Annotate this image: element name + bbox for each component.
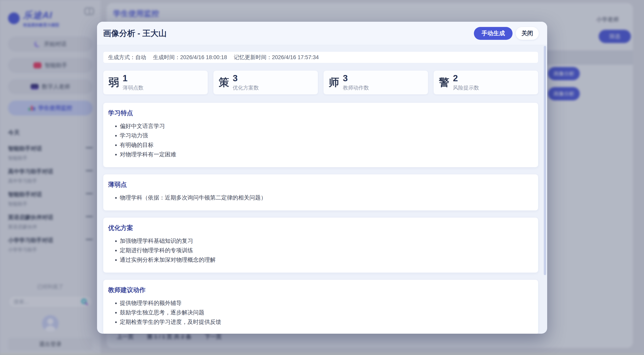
modal-title: 画像分析 - 王大山 xyxy=(103,28,474,39)
section-weak-points: 薄弱点 物理学科（依据：近期多次询问牛顿第二定律的相关问题） xyxy=(103,174,538,211)
section-title: 优化方案 xyxy=(108,224,532,232)
stat-risk-alerts: 警 2 风险提示数 xyxy=(434,70,538,94)
close-button[interactable]: 关闭 xyxy=(516,27,539,40)
section-title: 学习特点 xyxy=(108,109,532,117)
stat-label: 风险提示数 xyxy=(453,84,479,91)
section-item: 偏好中文语言学习 xyxy=(120,122,532,130)
section-item: 鼓励学生独立思考，逐步解决问题 xyxy=(120,309,532,316)
modal-body: 生成方式：自动 生成时间：2026/4/16 18:00:18 记忆更新时间：2… xyxy=(97,45,547,334)
stat-value: 3 xyxy=(233,74,259,83)
stat-label: 薄弱点数 xyxy=(122,84,144,91)
section-title: 薄弱点 xyxy=(108,180,532,189)
weak-glyph-icon: 弱 xyxy=(108,75,119,89)
section-item: 加强物理学科基础知识的复习 xyxy=(120,237,532,245)
stat-teacher-actions: 师 3 教师动作数 xyxy=(323,70,428,94)
alert-glyph-icon: 警 xyxy=(439,75,449,89)
section-item: 对物理学科有一定困难 xyxy=(120,151,532,158)
stat-optimization-plans: 策 3 优化方案数 xyxy=(213,70,318,94)
section-item: 通过实例分析来加深对物理概念的理解 xyxy=(120,256,532,264)
generation-meta-bar: 生成方式：自动 生成时间：2026/4/16 18:00:18 记忆更新时间：2… xyxy=(103,51,538,63)
section-learning-traits: 学习特点 偏好中文语言学习 学习动力强 有明确的目标 对物理学科有一定困难 xyxy=(103,103,538,167)
stats-row: 弱 1 薄弱点数 策 3 优化方案数 师 3 xyxy=(103,70,538,94)
section-title: 教师建议动作 xyxy=(108,286,532,294)
manual-generate-button[interactable]: 手动生成 xyxy=(474,27,512,40)
generation-mode: 生成方式：自动 xyxy=(108,54,146,61)
memory-update-time: 记忆更新时间：2026/4/16 17:57:34 xyxy=(234,54,319,61)
profile-analysis-modal: 画像分析 - 王大山 手动生成 关闭 生成方式：自动 生成时间：2026/4/1… xyxy=(97,22,547,334)
section-teacher-actions: 教师建议动作 提供物理学科的额外辅导 鼓励学生独立思考，逐步解决问题 定期检查学… xyxy=(103,280,538,334)
section-item: 物理学科（依据：近期多次询问牛顿第二定律的相关问题） xyxy=(120,194,532,202)
stat-value: 3 xyxy=(343,74,369,83)
stat-value: 2 xyxy=(453,74,479,83)
section-item: 有明确的目标 xyxy=(120,141,532,149)
generation-time: 生成时间：2026/4/16 18:00:18 xyxy=(153,54,227,61)
plan-glyph-icon: 策 xyxy=(219,75,229,89)
stat-weak-points: 弱 1 薄弱点数 xyxy=(103,70,208,94)
stat-label: 优化方案数 xyxy=(233,84,259,91)
section-item: 定期进行物理学科的专项训练 xyxy=(120,247,532,254)
section-item: 提供物理学科的额外辅导 xyxy=(120,300,532,307)
section-item: 定期检查学生的学习进度，及时提供反馈 xyxy=(120,318,532,326)
stat-label: 教师动作数 xyxy=(343,84,369,91)
teacher-glyph-icon: 师 xyxy=(329,75,339,89)
section-item: 学习动力强 xyxy=(120,132,532,139)
stat-value: 1 xyxy=(122,74,144,83)
app-root: 乐途AI 有温度的教育大模型 开始对话 智能助手 数字人老师 xyxy=(0,0,644,355)
modal-header: 画像分析 - 王大山 手动生成 关闭 xyxy=(97,22,547,45)
modal-scrollbar[interactable] xyxy=(544,46,546,275)
section-optimization-plan: 优化方案 加强物理学科基础知识的复习 定期进行物理学科的专项训练 通过实例分析来… xyxy=(103,217,538,273)
